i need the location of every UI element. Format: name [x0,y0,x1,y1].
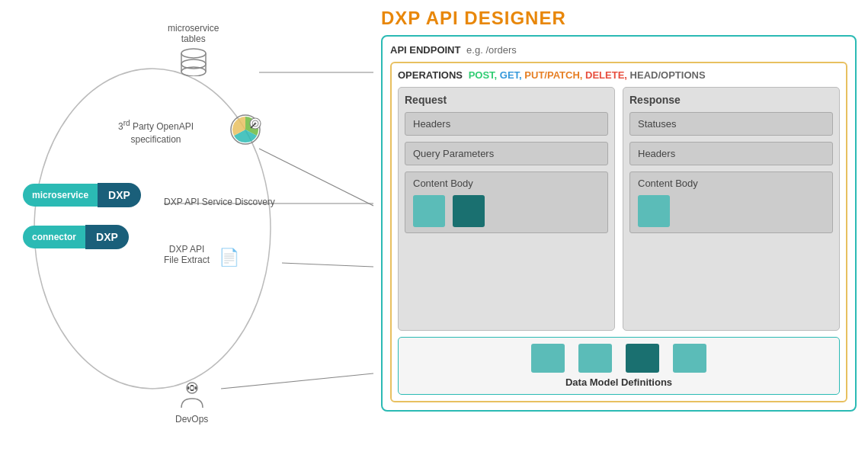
api-endpoint-text: API ENDPOINT [390,44,460,56]
dm-block-2 [578,344,612,373]
op-put: PUT/PATCH, [524,69,582,81]
dm-block-4 [673,344,706,373]
response-title: Response [629,94,833,106]
dm-block-3 [626,344,659,373]
devops-icon [177,380,207,411]
request-column: Request Headers Query Parameters Content… [398,87,615,331]
svg-rect-18 [191,389,194,391]
request-content-body: Content Body [405,171,608,233]
database-icon [178,47,209,76]
req-res-content: Request Headers Query Parameters Content… [398,87,840,331]
operations-label: OPERATIONS [398,69,463,81]
devops-label: DevOps [175,414,208,425]
devops-group: DevOps [175,380,208,425]
response-content-body: Content Body [629,171,833,233]
api-endpoint-label: API ENDPOINT e.g. /orders [390,44,847,56]
svg-line-4 [282,263,373,267]
data-model-section: Data Model Definitions [398,337,840,395]
query-parameters-field: Query Parameters [405,142,608,165]
data-model-label: Data Model Definitions [565,376,672,388]
file-icon: 📄 [219,248,239,267]
api-endpoint-example: e.g. /orders [466,44,517,56]
request-content-body-title: Content Body [413,178,600,189]
data-model-blocks [531,344,706,373]
microservice-dxp-badge: DXP [98,183,141,207]
op-post: POST, [469,69,498,81]
dxp-connector-box: connector DXP [23,225,129,249]
right-panel: DXP API DESIGNER API ENDPOINT e.g. /orde… [373,0,868,455]
res-block-1 [638,195,670,227]
gauge-icon [229,113,262,149]
dxp-title: DXP API DESIGNER [381,8,857,29]
svg-point-7 [181,49,206,58]
db-group: microservicetables [168,23,219,79]
op-head: HEAD/OPTIONS [630,69,706,81]
svg-rect-20 [195,386,197,389]
svg-rect-17 [191,385,194,386]
connector-label: connector [23,226,85,248]
svg-rect-19 [187,386,189,389]
openapi-group: 3rd Party OpenAPIspecification [118,118,194,146]
request-title: Request [405,94,608,106]
microservice-tables-label: microservicetables [168,23,219,44]
response-column: Response Statuses Headers Content Body [623,87,840,331]
file-extract-label: DXP APIFile Extract [164,244,210,265]
microservice-label: microservice [23,184,98,207]
op-delete: DELETE, [585,69,627,81]
svg-line-2 [259,149,373,206]
connector-dxp-badge: DXP [85,225,129,249]
openapi-label: 3rd Party OpenAPIspecification [118,118,194,146]
api-endpoint-box: API ENDPOINT e.g. /orders OPERATIONS POS… [381,35,857,412]
dm-block-1 [531,344,565,373]
svg-line-5 [221,373,373,389]
service-discovery-label: DXP API Service Discovery [164,197,275,207]
response-data-blocks [638,195,825,227]
operations-header: OPERATIONS POST, GET, PUT/PATCH, DELETE,… [398,69,840,81]
right-content: DXP API DESIGNER API ENDPOINT e.g. /orde… [381,8,857,412]
response-content-body-title: Content Body [638,178,825,189]
left-panel: microservicetables 3rd Party OpenAPIspec… [0,0,373,455]
request-data-blocks [413,195,600,227]
main-container: microservicetables 3rd Party OpenAPIspec… [0,0,868,455]
headers-field: Headers [405,112,608,136]
statuses-field: Statuses [629,112,833,136]
op-get: GET, [500,69,522,81]
operations-box: OPERATIONS POST, GET, PUT/PATCH, DELETE,… [390,62,847,402]
req-block-2 [453,195,485,227]
req-block-1 [413,195,445,227]
response-headers-field: Headers [629,142,833,165]
file-extract-group: DXP APIFile Extract 📄 [164,244,239,268]
dxp-microservice-box: microservice DXP [23,183,141,207]
